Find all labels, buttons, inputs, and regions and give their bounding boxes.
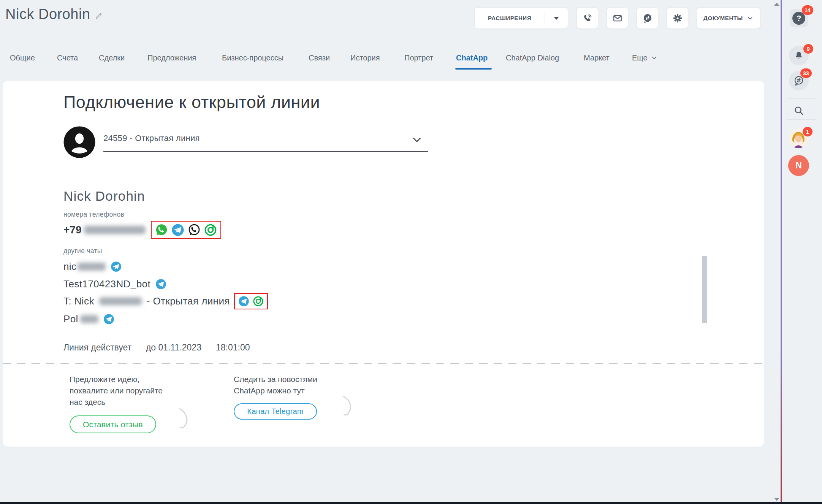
whatsapp-icon[interactable] <box>155 223 168 236</box>
settings-button[interactable] <box>667 7 688 29</box>
open-line-select[interactable]: 24559 - Открытая линия <box>103 133 431 152</box>
open-line-avatar <box>63 126 96 158</box>
page-title: Nick Dorohin <box>5 6 103 22</box>
dashed-divider <box>3 363 764 364</box>
feedback-idea-text: Предложите идею, похвалите или поругайте… <box>70 374 163 408</box>
telegram-channel-button[interactable]: Канал Telegram <box>234 403 317 420</box>
telegram-icon[interactable] <box>111 261 122 272</box>
notifications-badge: 9 <box>803 44 813 54</box>
sidebar-divider <box>787 37 816 37</box>
feedback-news-text: Следить за новостями ChatApp можно тут <box>234 374 317 396</box>
chat-transfer-icon <box>642 13 653 24</box>
tab-sdelki[interactable]: Сделки <box>99 54 125 62</box>
tab-obshchie[interactable]: Общие <box>10 54 35 62</box>
chatapp-icon[interactable] <box>204 223 217 236</box>
chat-name: nic <box>63 261 76 273</box>
person-avatar-icon <box>63 126 96 158</box>
telegram-icon[interactable] <box>238 296 249 307</box>
search-button[interactable] <box>793 105 805 116</box>
tab-svyazi[interactable]: Связи <box>309 54 330 62</box>
line-status-label: Линия действует <box>63 342 131 353</box>
tab-predlozheniya[interactable]: Предложения <box>147 54 196 62</box>
select-underline <box>103 151 428 152</box>
chevron-down-icon <box>651 55 657 61</box>
tab-biznes-processy[interactable]: Бизнес-процессы <box>222 54 284 62</box>
decorative-curve <box>342 396 355 417</box>
contact-title-text: Nick Dorohin <box>5 6 90 22</box>
decorative-curve <box>177 408 191 430</box>
line-status: Линия действует до 01.11.2023 18:01:00 <box>63 342 250 353</box>
tab-chatapp[interactable]: ChatApp <box>456 54 488 62</box>
gear-icon <box>672 13 683 24</box>
tab-more[interactable]: Еще <box>632 54 657 62</box>
bell-icon <box>793 50 804 61</box>
caret-down-icon <box>554 17 559 20</box>
content-scrollbar-thumb[interactable] <box>702 256 707 323</box>
tab-istoriya[interactable]: История <box>350 54 380 62</box>
feedback-news-line: Следить за новостями <box>234 374 317 385</box>
help-badge: 14 <box>802 5 813 15</box>
chat-name-prefix: T: Nick <box>63 295 94 307</box>
chatapp-icon[interactable] <box>253 296 264 307</box>
extensions-dropdown-toggle[interactable] <box>545 17 568 20</box>
telegram-icon[interactable] <box>155 279 166 290</box>
chat-name-blurred <box>80 315 98 323</box>
feedback-idea-line: похвалите или поругайте <box>70 385 163 396</box>
phone-messengers-highlight-box <box>151 221 221 239</box>
chat-row: T: Nick - Открытая линия <box>63 294 268 308</box>
avatar-badge: 1 <box>803 127 812 136</box>
feedback-news-line: ChatApp можно тут <box>234 385 317 396</box>
crm-contact-page: Nick Dorohin РАСШИРЕНИЯ <box>0 0 822 504</box>
messenger-badge: 33 <box>800 68 812 78</box>
documents-button[interactable]: ДОКУМЕНТЫ <box>697 7 760 29</box>
scroll-down-arrow[interactable] <box>774 498 779 501</box>
right-toolbar: ? 14 9 33 <box>782 0 822 504</box>
chat-name-blurred <box>99 297 142 305</box>
leave-review-button[interactable]: Оставить отзыв <box>70 415 156 433</box>
profile-button[interactable]: N <box>788 155 809 176</box>
chat-name-suffix: - Открытая линия <box>147 295 230 307</box>
line-status-time: 18:01:00 <box>216 342 250 353</box>
chat-name-blurred <box>78 263 106 271</box>
phone-icon <box>582 13 593 24</box>
chat-row: Pol <box>63 312 114 326</box>
tab-more-label: Еще <box>632 54 648 62</box>
email-button[interactable] <box>607 7 628 29</box>
telegram-icon[interactable] <box>103 314 114 325</box>
extensions-button-label: РАСШИРЕНИЯ <box>475 15 545 21</box>
chat-name: Test170423ND_bot <box>63 278 150 290</box>
chat-row: nic <box>63 259 122 274</box>
chat-name: Pol <box>63 313 78 325</box>
phone-number: +79 <box>63 224 82 236</box>
tab-scheta[interactable]: Счета <box>57 54 78 62</box>
feedback-idea-line: Предложите идею, <box>70 374 163 385</box>
phones-label: номера телефонов <box>63 211 124 219</box>
chat-transfer-button[interactable] <box>637 7 658 29</box>
panel-heading: Подключение к открытой линии <box>63 92 320 112</box>
tab-portret[interactable]: Портрет <box>404 54 433 62</box>
chatapp-panel: Подключение к открытой линии 24559 - Отк… <box>3 81 764 447</box>
chevron-down-icon <box>411 134 423 146</box>
scroll-up-arrow[interactable] <box>774 3 779 6</box>
line-status-until: до 01.11.2023 <box>146 342 201 353</box>
pencil-icon <box>95 12 103 20</box>
documents-button-label: ДОКУМЕНТЫ <box>703 15 743 21</box>
sidebar-divider <box>787 98 816 99</box>
open-line-select-value: 24559 - Открытая линия <box>103 133 431 143</box>
phone-row: +79 <box>63 220 221 240</box>
envelope-icon <box>612 13 623 24</box>
call-button[interactable] <box>577 7 598 29</box>
sidebar-divider <box>787 119 816 120</box>
chat-messengers-highlight-box <box>234 293 268 309</box>
tab-market[interactable]: Маркет <box>584 54 610 62</box>
contact-name: Nick Dorohin <box>63 189 145 204</box>
whatsapp-outline-icon[interactable] <box>188 223 201 236</box>
tab-chatapp-dialog[interactable]: ChatApp Dialog <box>506 54 559 62</box>
bottom-bar <box>0 502 822 504</box>
search-icon <box>793 105 805 116</box>
header-actions: РАСШИРЕНИЯ <box>474 7 760 29</box>
telegram-icon[interactable] <box>171 223 184 236</box>
extensions-button[interactable]: РАСШИРЕНИЯ <box>474 7 568 29</box>
chat-row: Test170423ND_bot <box>63 277 166 291</box>
edit-title-icon[interactable] <box>95 12 103 20</box>
